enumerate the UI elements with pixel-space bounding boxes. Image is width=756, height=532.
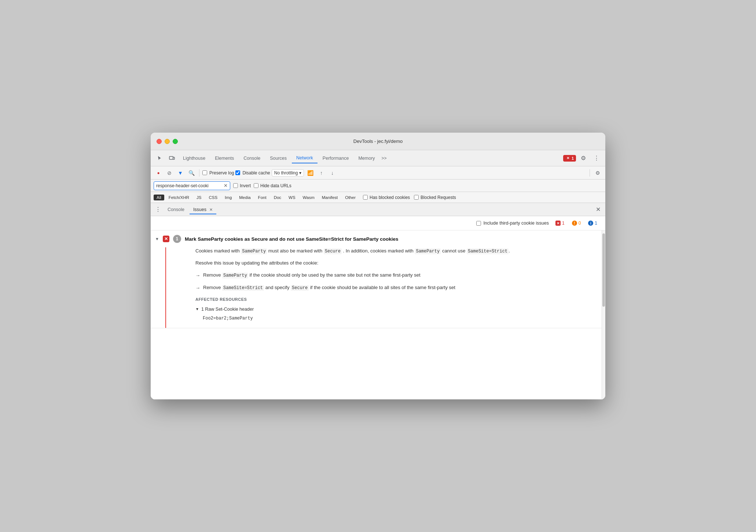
throttle-selector[interactable]: No throttling ▾	[272, 169, 304, 177]
blocked-requests-checkbox[interactable]	[414, 195, 419, 200]
issue-item-sameparty: ▼ ✕ 1 Mark SameParty cookies as Secure a…	[151, 230, 602, 328]
issues-panel: Include third-party cookie issues ✕ 1 ! …	[151, 216, 605, 399]
scrollbar-thumb[interactable]	[602, 233, 605, 307]
hide-data-urls-label[interactable]: Hide data URLs	[254, 183, 291, 188]
type-chip-fetch-xhr[interactable]: Fetch/XHR	[166, 195, 192, 200]
type-chip-js[interactable]: JS	[194, 195, 204, 200]
bullet2-code: SameSite=Strict	[222, 285, 264, 291]
type-filter-extras: Has blocked cookies Blocked Requests	[363, 195, 456, 200]
network-toolbar: ● ⊘ ▼ 🔍 Preserve log Disable cache No th…	[151, 166, 605, 180]
bullet2: → Remove SameSite=Strict and specify Sec…	[195, 284, 593, 292]
more-tabs-button[interactable]: >>	[380, 154, 388, 163]
disable-cache-text: Disable cache	[242, 170, 270, 176]
cursor-icon[interactable]	[154, 152, 165, 164]
filter-button[interactable]: ▼	[176, 168, 185, 178]
panel-tab-console[interactable]: Console	[164, 205, 188, 214]
scrollbar[interactable]	[602, 230, 605, 399]
bullet1-pre: Remove	[203, 272, 221, 278]
minimize-button[interactable]	[165, 139, 170, 144]
info-badge: i 1	[586, 220, 599, 226]
record-button[interactable]: ●	[154, 168, 163, 178]
type-chip-all[interactable]: All	[154, 195, 164, 200]
resource-label: 1 Raw Set-Cookie header	[201, 306, 254, 313]
filter-clear-button[interactable]: ✕	[224, 183, 228, 188]
close-button[interactable]	[157, 139, 162, 144]
hide-data-urls-checkbox[interactable]	[254, 183, 258, 188]
upload-icon[interactable]: ↑	[316, 168, 326, 178]
resource-item[interactable]: ▼ 1 Raw Set-Cookie header	[195, 306, 593, 313]
title-bar: DevTools - jec.fyi/demo	[151, 133, 605, 150]
has-blocked-cookies-checkbox[interactable]	[363, 195, 368, 200]
type-chip-media[interactable]: Media	[236, 195, 253, 200]
invert-checkbox[interactable]	[233, 183, 238, 188]
panel-close-button[interactable]: ✕	[594, 205, 602, 214]
bullet1-arrow: →	[195, 272, 200, 280]
toolbar-right: ⚙	[588, 168, 602, 178]
issue-header-row[interactable]: ▼ ✕ 1 Mark SameParty cookies as Secure a…	[151, 230, 602, 247]
invert-filter-label[interactable]: Invert	[233, 183, 251, 188]
type-chip-manifest[interactable]: Manifest	[319, 195, 341, 200]
throttle-chevron-icon: ▾	[299, 170, 301, 176]
more-options-icon[interactable]: ⋮	[591, 152, 602, 164]
tab-network[interactable]: Network	[292, 153, 318, 163]
issue-expand-icon[interactable]: ▼	[155, 237, 159, 241]
third-party-cookie-checkbox[interactable]	[476, 221, 481, 226]
download-icon[interactable]: ↓	[327, 168, 337, 178]
devtools-window: DevTools - jec.fyi/demo Lighthouse Eleme…	[151, 133, 605, 399]
tab-memory[interactable]: Memory	[354, 154, 379, 163]
filter-input[interactable]	[156, 183, 222, 188]
bullet2-code2: Secure	[291, 285, 309, 291]
panel-more-button[interactable]: ⋮	[154, 205, 162, 214]
type-chip-wasm[interactable]: Wasm	[300, 195, 318, 200]
type-chip-ws[interactable]: WS	[286, 195, 298, 200]
issues-header: Include third-party cookie issues ✕ 1 ! …	[151, 216, 605, 230]
preserve-log-checkbox[interactable]	[202, 170, 207, 175]
device-toolbar-icon[interactable]	[166, 152, 178, 164]
network-settings-icon[interactable]: ⚙	[593, 168, 602, 178]
third-party-cookie-filter-label[interactable]: Include third-party cookie issues	[476, 221, 549, 226]
preserve-log-label[interactable]: Preserve log	[202, 170, 234, 176]
settings-icon[interactable]: ⚙	[577, 152, 589, 164]
stop-recording-button[interactable]: ⊘	[165, 168, 174, 178]
issue-error-icon: ✕	[163, 236, 169, 242]
type-chip-doc[interactable]: Doc	[271, 195, 284, 200]
traffic-lights	[157, 139, 178, 144]
issue-description: Cookies marked with SameParty must also …	[195, 247, 593, 255]
tab-performance[interactable]: Performance	[318, 154, 353, 163]
issue-body: Cookies marked with SameParty must also …	[165, 247, 602, 328]
blocked-requests-label[interactable]: Blocked Requests	[414, 195, 456, 200]
panel-tab-issues[interactable]: Issues ✕	[190, 205, 216, 214]
issue-count-badge: 1	[173, 235, 181, 243]
warning-badge-count: 0	[579, 221, 581, 226]
code-sameparty-1: SameParty	[241, 248, 267, 254]
search-button[interactable]: 🔍	[187, 168, 196, 178]
has-blocked-cookies-label[interactable]: Has blocked cookies	[363, 195, 410, 200]
code-samesite-strict: SameSite=Strict	[467, 248, 509, 254]
bullet1-content: Remove SameParty if the cookie should on…	[203, 271, 421, 279]
body-end: .	[509, 248, 510, 254]
type-chip-other[interactable]: Other	[342, 195, 359, 200]
disable-cache-label[interactable]: Disable cache	[235, 170, 270, 176]
svg-rect-0	[169, 156, 173, 159]
affected-resources-title: AFFECTED RESOURCES	[195, 296, 593, 303]
panel-tab-issues-close[interactable]: ✕	[209, 207, 213, 212]
bullet2-content: Remove SameSite=Strict and specify Secur…	[203, 284, 455, 292]
wifi-settings-icon[interactable]: 📶	[305, 168, 315, 178]
warning-badge-icon: !	[572, 221, 577, 226]
disable-cache-checkbox[interactable]	[235, 170, 240, 175]
svg-rect-1	[173, 157, 175, 159]
type-chip-img[interactable]: Img	[222, 195, 235, 200]
blocked-requests-text: Blocked Requests	[421, 195, 456, 200]
error-count: 1	[572, 156, 574, 160]
tab-elements[interactable]: Elements	[210, 154, 238, 163]
maximize-button[interactable]	[173, 139, 178, 144]
type-chip-font[interactable]: Font	[255, 195, 269, 200]
window-title: DevTools - jec.fyi/demo	[353, 138, 403, 144]
bullet1-code: SameParty	[222, 273, 248, 278]
tab-sources[interactable]: Sources	[265, 154, 291, 163]
issue-title: Mark SameParty cookies as Secure and do …	[185, 236, 399, 242]
warning-badge: ! 0	[570, 220, 583, 226]
tab-console[interactable]: Console	[239, 154, 265, 163]
type-chip-css[interactable]: CSS	[206, 195, 220, 200]
tab-lighthouse[interactable]: Lighthouse	[179, 154, 210, 163]
